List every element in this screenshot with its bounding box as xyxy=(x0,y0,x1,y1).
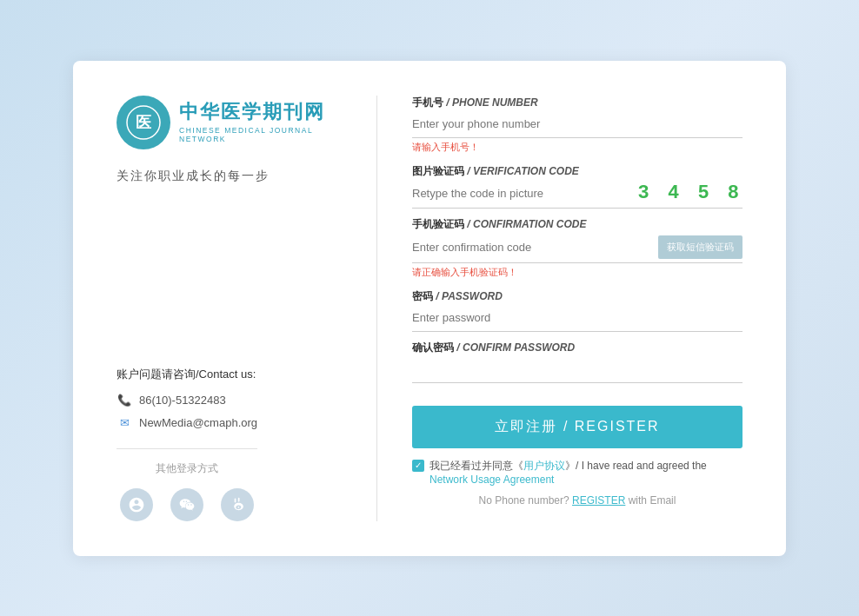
sms-label: 手机验证码 / CONFIRMATION CODE xyxy=(412,217,742,232)
registration-card: 医 中华医学期刊网 CHINESE MEDICAL JOURNAL NETWOR… xyxy=(73,61,786,556)
sms-input[interactable] xyxy=(412,237,653,257)
sms-field-group: 手机验证码 / CONFIRMATION CODE 获取短信验证码 请正确输入手… xyxy=(412,217,742,281)
confirm-password-field-group: 确认密码 / CONFIRM PASSWORD xyxy=(412,341,742,383)
password-input-row xyxy=(412,308,742,332)
register-email-link[interactable]: REGISTER xyxy=(572,494,625,507)
user-agreement-link[interactable]: 用户协议 xyxy=(523,460,565,472)
agreement-checkbox[interactable]: ✓ xyxy=(412,460,424,472)
password-field-group: 密码 / PASSWORD xyxy=(412,289,742,332)
confirm-password-label: 确认密码 / CONFIRM PASSWORD xyxy=(412,341,742,355)
password-input[interactable] xyxy=(412,308,742,328)
captcha-label: 图片验证码 / VERIFICATION CODE xyxy=(412,164,742,179)
phone-label: 手机号 / PHONE NUMBER xyxy=(412,96,742,110)
phone-input[interactable] xyxy=(412,114,742,134)
captcha-code: 3 4 5 8 xyxy=(638,182,742,204)
email-address: NewMedia@cmaph.org xyxy=(139,416,257,429)
qq-icon[interactable] xyxy=(120,488,153,521)
divider xyxy=(117,448,257,449)
svg-text:医: 医 xyxy=(136,114,151,131)
no-phone-row: No Phone number? REGISTER with Email xyxy=(412,494,742,507)
email-contact: ✉ NewMedia@cmaph.org xyxy=(117,415,257,431)
sms-input-row: 获取短信验证码 xyxy=(412,235,742,263)
contact-section: 账户问题请咨询/Contact us: 📞 86(10)-51322483 ✉ … xyxy=(117,367,257,521)
logo-english: CHINESE MEDICAL JOURNAL NETWORK xyxy=(179,126,342,143)
password-label: 密码 / PASSWORD xyxy=(412,289,742,304)
phone-number: 86(10)-51322483 xyxy=(139,394,226,407)
captcha-field-group: 图片验证码 / VERIFICATION CODE 3 4 5 8 xyxy=(412,164,742,209)
register-button[interactable]: 立即注册 / REGISTER xyxy=(412,406,742,448)
confirm-password-input-row xyxy=(412,359,742,383)
other-login-label: 其他登录方式 xyxy=(117,461,257,476)
confirm-password-input[interactable] xyxy=(412,359,742,379)
left-panel: 医 中华医学期刊网 CHINESE MEDICAL JOURNAL NETWOR… xyxy=(117,96,377,521)
get-sms-button[interactable]: 获取短信验证码 xyxy=(658,235,742,259)
wechat-icon[interactable] xyxy=(170,488,203,521)
social-icons-row xyxy=(117,488,257,521)
no-phone-after: with Email xyxy=(629,494,676,507)
phone-icon: 📞 xyxy=(117,393,132,408)
phone-error: 请输入手机号！ xyxy=(412,141,742,154)
logo-text: 中华医学期刊网 CHINESE MEDICAL JOURNAL NETWORK xyxy=(179,101,342,142)
phone-field-group: 手机号 / PHONE NUMBER 请输入手机号！ xyxy=(412,96,742,156)
no-phone-text: No Phone number? xyxy=(479,494,569,507)
right-panel: 手机号 / PHONE NUMBER 请输入手机号！ 图片验证码 / VERIF… xyxy=(377,96,742,521)
logo-chinese: 中华医学期刊网 xyxy=(179,101,342,123)
logo-icon: 医 xyxy=(117,96,170,149)
agreement-text: 我已经看过并同意《用户协议》/ I have read and agreed t… xyxy=(430,459,742,486)
weibo-icon[interactable] xyxy=(221,488,254,521)
agreement-row: ✓ 我已经看过并同意《用户协议》/ I have read and agreed… xyxy=(412,459,742,486)
phone-contact: 📞 86(10)-51322483 xyxy=(117,393,257,408)
phone-input-row xyxy=(412,114,742,138)
sms-error: 请正确输入手机验证码！ xyxy=(412,266,742,279)
logo-area: 医 中华医学期刊网 CHINESE MEDICAL JOURNAL NETWOR… xyxy=(117,96,342,149)
captcha-input[interactable] xyxy=(412,183,631,203)
tagline: 关注你职业成长的每一步 xyxy=(117,169,270,184)
email-icon: ✉ xyxy=(117,415,132,431)
captcha-input-row: 3 4 5 8 xyxy=(412,182,742,209)
network-usage-link[interactable]: Network Usage Agreement xyxy=(430,474,554,486)
contact-title: 账户问题请咨询/Contact us: xyxy=(117,367,257,382)
